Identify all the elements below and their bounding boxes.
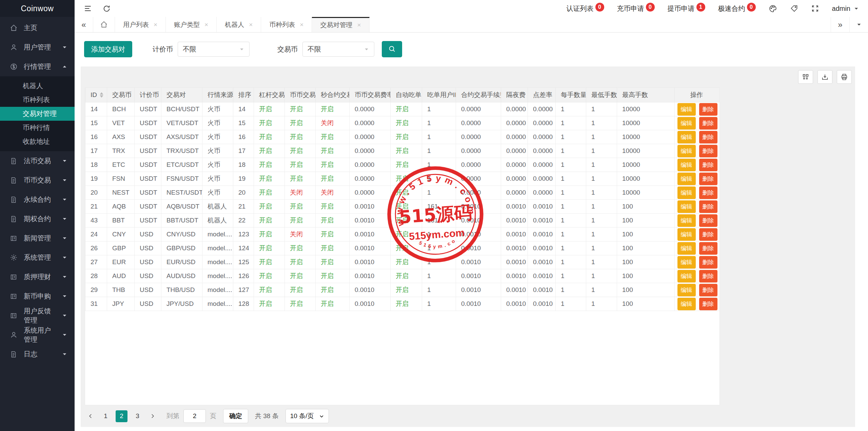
delete-button[interactable]: 删除 <box>699 131 717 143</box>
delete-button[interactable]: 删除 <box>699 159 717 171</box>
cell-行情来源: 火币 <box>202 186 233 200</box>
cell-杠杆交易: 开启 <box>254 269 285 283</box>
edit-button[interactable]: 编辑 <box>677 242 696 255</box>
tab-机器人[interactable]: 机器人× <box>217 17 261 32</box>
nav-item[interactable]: 提币申请1 <box>668 4 705 13</box>
page-number-3[interactable]: 3 <box>132 410 143 422</box>
tabs-scroll-left-button[interactable]: « <box>75 17 93 32</box>
page-size-select[interactable]: 10 条/页 <box>285 409 329 423</box>
tab-账户类型[interactable]: 账户类型× <box>166 17 217 32</box>
sidebar-item-质押理财[interactable]: 质押理财 <box>0 267 75 287</box>
column-header-ID[interactable]: ID <box>85 88 107 102</box>
nav-item[interactable]: 充币申请0 <box>617 4 655 13</box>
sidebar-subitem-币种行情[interactable]: 币种行情 <box>0 121 75 135</box>
edit-button[interactable]: 编辑 <box>677 214 696 227</box>
edit-button[interactable]: 编辑 <box>677 117 696 130</box>
trade-coin-select[interactable]: 不限 <box>302 42 374 57</box>
edit-button[interactable]: 编辑 <box>677 270 696 282</box>
cell-隔夜费: 0.0000 <box>501 158 528 172</box>
sidebar-item-label: 新币申购 <box>24 292 56 301</box>
sidebar-item-行情管理[interactable]: 行情管理 <box>0 57 75 76</box>
delete-button[interactable]: 删除 <box>699 173 717 185</box>
sidebar-item-用户管理[interactable]: 用户管理 <box>0 38 75 57</box>
quote-coin-select[interactable]: 不限 <box>178 42 250 57</box>
cell-计价币: USD <box>135 241 161 255</box>
cell-吃单用户ID: 1 <box>422 158 456 172</box>
close-icon[interactable]: × <box>300 21 303 28</box>
delete-button[interactable]: 删除 <box>699 214 717 227</box>
edit-button[interactable]: 编辑 <box>677 298 696 310</box>
edit-button[interactable]: 编辑 <box>677 200 696 213</box>
delete-button[interactable]: 删除 <box>699 103 717 116</box>
search-button[interactable] <box>382 41 402 57</box>
tab-交易对管理[interactable]: 交易对管理× <box>312 17 369 32</box>
edit-button[interactable]: 编辑 <box>677 256 696 269</box>
refresh-icon[interactable] <box>102 4 111 13</box>
sidebar-item-永续合约[interactable]: 永续合约 <box>0 190 75 209</box>
delete-button[interactable]: 删除 <box>699 200 717 213</box>
delete-button[interactable]: 删除 <box>699 298 717 310</box>
sidebar-item-新闻管理[interactable]: 新闻管理 <box>0 229 75 248</box>
sidebar-subitem-币种列表[interactable]: 币种列表 <box>0 93 75 107</box>
tab-用户列表[interactable]: 用户列表× <box>115 17 166 32</box>
delete-button[interactable]: 删除 <box>699 145 717 157</box>
sidebar-item-新币申购[interactable]: 新币申购 <box>0 287 75 306</box>
cell-币币交易费率: 0.0010 <box>350 241 391 255</box>
delete-button[interactable]: 删除 <box>699 256 717 269</box>
print-button[interactable] <box>837 70 852 84</box>
id-sort-header[interactable]: ID <box>91 91 105 99</box>
user-menu[interactable]: admin <box>832 5 859 13</box>
sidebar-item-用户反馈管理[interactable]: 用户反馈管理 <box>0 306 75 325</box>
page-number-2[interactable]: 2 <box>116 410 127 422</box>
prev-page-button[interactable] <box>85 410 96 422</box>
delete-button[interactable]: 删除 <box>699 284 717 296</box>
tabs-dropdown-button[interactable] <box>849 17 868 32</box>
cell-actions: 编辑删除 <box>675 241 720 255</box>
close-icon[interactable]: × <box>249 21 253 28</box>
nav-item[interactable]: 认证列表0 <box>567 4 604 13</box>
close-icon[interactable]: × <box>357 21 361 29</box>
delete-button[interactable]: 删除 <box>699 270 717 282</box>
edit-button[interactable]: 编辑 <box>677 159 696 171</box>
edit-button[interactable]: 编辑 <box>677 131 696 143</box>
add-pair-button[interactable]: 添加交易对 <box>84 41 132 57</box>
delete-button[interactable]: 删除 <box>699 187 717 199</box>
edit-button[interactable]: 编辑 <box>677 187 696 199</box>
sidebar-item-日志[interactable]: 日志 <box>0 345 75 364</box>
sidebar-subitem-机器人[interactable]: 机器人 <box>0 79 75 93</box>
sidebar-item-系统管理[interactable]: 系统管理 <box>0 248 75 267</box>
delete-button[interactable]: 删除 <box>699 117 717 130</box>
edit-button[interactable]: 编辑 <box>677 173 696 185</box>
next-page-button[interactable] <box>147 410 158 422</box>
sidebar-item-系统用户管理[interactable]: 系统用户管理 <box>0 325 75 345</box>
collapse-menu-icon[interactable] <box>83 4 92 13</box>
edit-button[interactable]: 编辑 <box>677 284 696 296</box>
edit-button[interactable]: 编辑 <box>677 228 696 241</box>
tab-币种列表[interactable]: 币种列表× <box>261 17 312 32</box>
cell-行情来源: model.... <box>202 228 233 241</box>
sort-icon[interactable] <box>100 92 103 98</box>
columns-filter-button[interactable] <box>798 70 813 84</box>
export-button[interactable] <box>817 70 832 84</box>
close-icon[interactable]: × <box>154 21 157 28</box>
sidebar-item-主页[interactable]: 主页 <box>0 18 75 38</box>
cell-合约交易手续费: 0.0000 <box>456 116 501 130</box>
close-icon[interactable]: × <box>204 21 208 28</box>
jump-page-input[interactable] <box>183 409 206 423</box>
sidebar-subitem-收款地址[interactable]: 收款地址 <box>0 135 75 149</box>
sidebar-item-币币交易[interactable]: 币币交易 <box>0 171 75 190</box>
column-header-每手数量: 每手数量 <box>556 88 586 102</box>
edit-button[interactable]: 编辑 <box>677 103 696 116</box>
delete-button[interactable]: 删除 <box>699 228 717 241</box>
delete-button[interactable]: 删除 <box>699 242 717 255</box>
edit-button[interactable]: 编辑 <box>677 145 696 157</box>
tabs-scroll-right-button[interactable]: » <box>831 17 849 32</box>
tab-home[interactable] <box>93 17 115 32</box>
nav-item[interactable]: 极速合约0 <box>718 4 756 13</box>
confirm-page-button[interactable]: 确定 <box>223 409 248 423</box>
cell-最高手数: 10000 <box>617 172 675 186</box>
sidebar-item-期权合约[interactable]: 期权合约 <box>0 209 75 229</box>
sidebar-item-法币交易[interactable]: 法币交易 <box>0 151 75 171</box>
page-number-1[interactable]: 1 <box>100 410 112 422</box>
sidebar-subitem-交易对管理[interactable]: 交易对管理 <box>0 107 75 121</box>
